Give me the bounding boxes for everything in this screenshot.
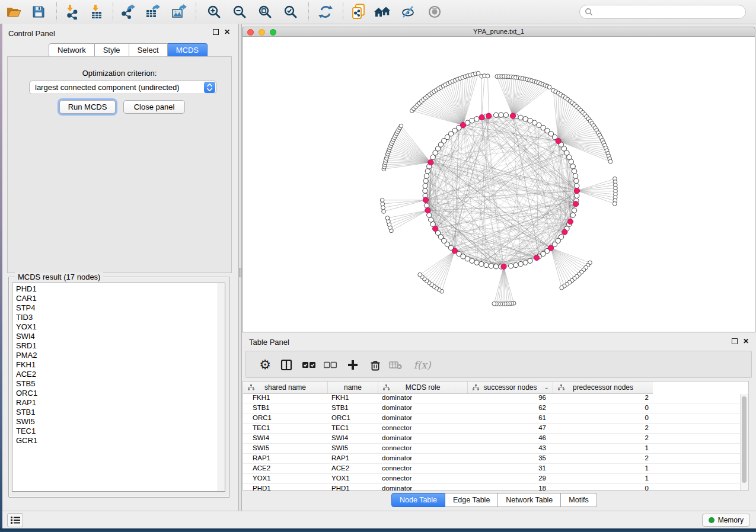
close-panel-button[interactable]: Close panel — [123, 100, 185, 114]
mcds-result-list[interactable]: PHD1CAR1STP4TID3YOX1SWI4SRD1PMA2FKH1ACE2… — [12, 283, 225, 492]
network-from-document-button[interactable] — [350, 3, 368, 21]
import-network-button[interactable] — [63, 3, 81, 21]
table-row[interactable]: FKH1FKH1dominator962 — [243, 393, 748, 403]
show-task-history-button[interactable] — [7, 513, 23, 527]
list-item[interactable]: STB5 — [12, 379, 216, 389]
open-file-button[interactable] — [5, 3, 23, 21]
gear-icon: ⚙ — [259, 358, 271, 371]
zoom-out-icon — [232, 5, 247, 19]
zoom-in-button[interactable] — [205, 3, 223, 21]
list-item[interactable]: CAR1 — [12, 294, 216, 303]
table-cell: dominator — [378, 484, 468, 493]
tab-node-table[interactable]: Node Table — [391, 493, 445, 507]
table-cell: 0 — [553, 484, 653, 493]
list-item[interactable]: FKH1 — [12, 360, 216, 370]
toolbar-separator — [308, 2, 309, 21]
tab-edge-table[interactable]: Edge Table — [445, 493, 498, 507]
table-cell: TEC1 — [328, 424, 378, 433]
tab-network-table[interactable]: Network Table — [498, 493, 561, 507]
export-image-button[interactable] — [170, 3, 187, 21]
hide-graphics-details-button[interactable] — [400, 3, 417, 21]
list-item[interactable]: STB1 — [12, 408, 216, 417]
mcds-result-group: MCDS result (17 nodes) PHD1CAR1STP4TID3Y… — [8, 277, 230, 498]
table-cell: 18 — [468, 484, 553, 493]
column-type-icon — [558, 384, 564, 390]
import-table-button[interactable] — [88, 3, 106, 21]
close-panel-icon[interactable]: ✕ — [743, 338, 749, 344]
save-session-button[interactable] — [30, 3, 47, 21]
network-window-titlebar[interactable]: YPA_prune.txt_1 — [242, 27, 755, 37]
export-network-button[interactable] — [119, 3, 136, 21]
function-builder-button[interactable]: f(x) — [412, 358, 432, 372]
toolbar-separator — [113, 2, 113, 21]
chevron-down-icon[interactable]: ⌄ — [544, 382, 549, 393]
list-item[interactable]: ORC1 — [12, 389, 216, 398]
list-item[interactable]: SRD1 — [12, 341, 216, 351]
run-mcds-button[interactable]: Run MCDS — [59, 100, 116, 114]
table-row[interactable]: YOX1YOX1connector291 — [243, 474, 748, 484]
table-row[interactable]: STB1STB1dominator620 — [243, 403, 748, 414]
column-header-successor-nodes[interactable]: successor nodes ⌄ — [468, 382, 553, 393]
memory-button[interactable]: Memory — [702, 514, 750, 527]
optimization-criterion-select[interactable]: largest connected component (undirected) — [29, 81, 216, 94]
add-column-button[interactable] — [346, 358, 360, 372]
list-scrollbar[interactable] — [218, 283, 225, 491]
refresh-layout-button[interactable] — [317, 3, 334, 21]
zoom-out-button[interactable] — [231, 3, 248, 21]
float-panel-icon[interactable] — [732, 338, 738, 344]
column-header-predecessor-nodes[interactable]: predecessor nodes — [553, 382, 653, 393]
zoom-fit-button[interactable] — [256, 3, 274, 21]
splitter-handle[interactable] — [239, 268, 241, 277]
table-row[interactable]: ACE2ACE2connector311 — [243, 464, 748, 474]
tab-motifs[interactable]: Motifs — [561, 493, 596, 507]
delete-table-button[interactable] — [388, 358, 403, 372]
node-table: shared name name MCDS role successor nod… — [243, 381, 749, 491]
column-header-shared-name[interactable]: shared name — [243, 382, 328, 393]
table-cell: 1 — [553, 464, 653, 473]
table-cell: ORC1 — [328, 414, 378, 423]
float-panel-icon[interactable] — [213, 29, 219, 35]
network-canvas[interactable] — [242, 37, 755, 332]
tab-select[interactable]: Select — [129, 43, 168, 57]
home-networks-button[interactable] — [374, 3, 391, 21]
list-item[interactable]: SWI4 — [12, 332, 216, 341]
list-item[interactable]: YOX1 — [12, 322, 216, 332]
list-item[interactable]: PHD1 — [12, 284, 216, 294]
table-settings-button[interactable]: ⚙ — [258, 358, 272, 372]
list-item[interactable]: SWI5 — [12, 417, 216, 427]
scrollbar-thumb[interactable] — [742, 396, 747, 483]
table-cell: FKH1 — [243, 393, 328, 403]
table-cell: ACE2 — [328, 464, 378, 473]
search-box[interactable] — [579, 5, 746, 19]
show-graphics-details-button[interactable] — [426, 3, 444, 21]
column-header-mcds-role[interactable]: MCDS role — [378, 382, 468, 393]
list-item[interactable]: STP4 — [12, 303, 216, 313]
close-panel-icon[interactable]: ✕ — [224, 29, 230, 35]
table-cell: ORC1 — [243, 414, 328, 423]
list-item[interactable]: TID3 — [12, 313, 216, 322]
select-all-button[interactable] — [302, 358, 316, 372]
deselect-all-button[interactable] — [323, 358, 337, 372]
table-cell: 2 — [553, 454, 653, 463]
tab-mcds[interactable]: MCDS — [168, 43, 208, 57]
table-row[interactable]: SWI4SWI4dominator462 — [243, 434, 748, 444]
table-row[interactable]: ORC1ORC1dominator610 — [243, 414, 748, 424]
table-row[interactable]: RAP1RAP1dominator352 — [243, 454, 748, 464]
export-table-button[interactable] — [143, 3, 161, 21]
tab-style[interactable]: Style — [95, 43, 129, 57]
delete-column-button[interactable] — [368, 358, 382, 372]
list-item[interactable]: TEC1 — [12, 427, 216, 436]
list-item[interactable]: RAP1 — [12, 398, 216, 408]
table-cell: SWI5 — [243, 444, 328, 453]
column-header-name[interactable]: name — [328, 382, 378, 393]
table-row[interactable]: TEC1TEC1connector472 — [243, 424, 748, 434]
table-scrollbar[interactable] — [740, 394, 748, 490]
list-item[interactable]: GCR1 — [12, 436, 216, 446]
show-column-button[interactable] — [279, 358, 294, 372]
search-input[interactable] — [595, 6, 745, 18]
table-row[interactable]: SWI5SWI5connector431 — [243, 444, 748, 454]
zoom-selected-button[interactable] — [282, 3, 299, 21]
list-item[interactable]: PMA2 — [12, 351, 216, 360]
list-item[interactable]: ACE2 — [12, 370, 216, 379]
tab-network[interactable]: Network — [49, 43, 95, 57]
